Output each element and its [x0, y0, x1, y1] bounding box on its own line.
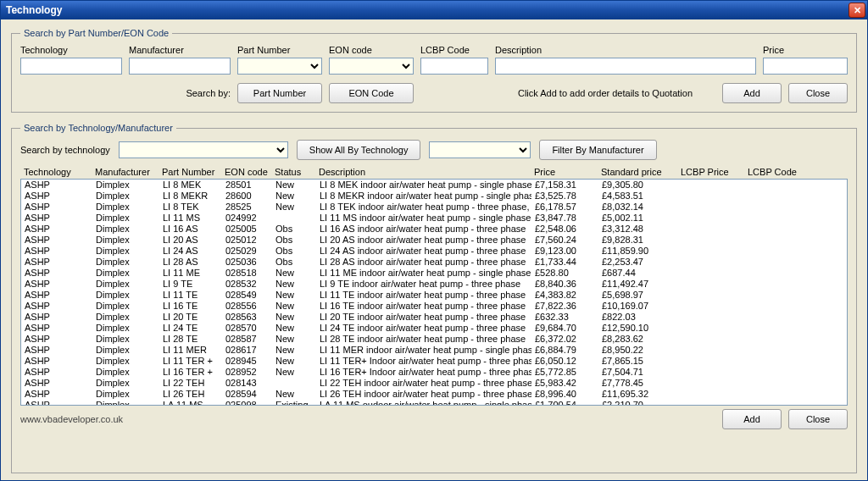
table-row[interactable]: ASHPDimplexLI 11 MS024992LI 11 MS indoor…	[21, 213, 847, 224]
label-lcbpcode: LCBP Code	[420, 45, 488, 55]
results-table[interactable]: ASHPDimplexLI 8 MEK28501NewLI 8 MEK indo…	[20, 179, 848, 406]
label-description: Description	[495, 45, 756, 55]
th-stdprice: Standard price	[601, 167, 677, 177]
th-description: Description	[319, 167, 531, 177]
table-row[interactable]: ASHPDimplexLI 24 AS025029ObsLI 24 AS ind…	[21, 246, 847, 257]
table-row[interactable]: ASHPDimplexLI 11 MER028617NewLI 11 MER i…	[21, 345, 847, 356]
manufacturer-input[interactable]	[129, 58, 231, 75]
search-partnumber-button[interactable]: Part Number	[237, 83, 322, 103]
table-row[interactable]: ASHPDimplexLI 8 MEKR28600NewLI 8 MEKR in…	[21, 191, 847, 202]
table-row[interactable]: ASHPDimplexLI 11 TE028549NewLI 11 TE ind…	[21, 290, 847, 301]
th-lcbpcode: LCBP Code	[748, 167, 811, 177]
th-eoncode: EON code	[225, 167, 271, 177]
add-button-bottom[interactable]: Add	[722, 409, 782, 429]
table-row[interactable]: ASHPDimplexLI 22 TEH028143LI 22 TEH indo…	[21, 378, 847, 389]
group1-legend: Search by Part Number/EON Code	[20, 28, 172, 38]
table-row[interactable]: ASHPDimplexLI 28 AS025036ObsLI 28 AS ind…	[21, 257, 847, 268]
manufacturer-combo[interactable]	[429, 141, 531, 158]
partnumber-combo[interactable]	[237, 58, 322, 75]
description-input[interactable]	[495, 58, 756, 75]
search-by-tech-label: Search by technology	[20, 145, 110, 155]
table-row[interactable]: ASHPDimplexLI 11 ME028518NewLI 11 ME ind…	[21, 268, 847, 279]
table-row[interactable]: ASHPDimplexLI 24 TE028570NewLI 24 TE ind…	[21, 323, 847, 334]
th-status: Status	[275, 167, 315, 177]
label-price: Price	[763, 45, 848, 55]
titlebar: Technology ✕	[1, 1, 867, 19]
technology-combo[interactable]	[119, 141, 288, 158]
table-row[interactable]: ASHPDimplexLI 20 AS025012ObsLI 20 AS ind…	[21, 235, 847, 246]
price-input[interactable]	[763, 58, 848, 75]
search-tech-group: Search by Technology/Manufacturer Search…	[11, 123, 857, 473]
table-row[interactable]: ASHPDimplexLI 20 TE028563NewLI 20 TE ind…	[21, 312, 847, 323]
table-row[interactable]: ASHPDimplexLI 11 TER +028945NewLI 11 TER…	[21, 356, 847, 367]
close-icon[interactable]: ✕	[849, 3, 865, 18]
table-row[interactable]: ASHPDimplexLI 16 AS025005ObsLI 16 AS ind…	[21, 224, 847, 235]
close-button-top[interactable]: Close	[788, 83, 848, 103]
table-row[interactable]: ASHPDimplexLI 16 TER +028952NewLI 16 TER…	[21, 367, 847, 378]
table-row[interactable]: ASHPDimplexLI 9 TE028532NewLI 9 TE indoo…	[21, 279, 847, 290]
table-row[interactable]: ASHPDimplexLA 11 MS025098ExistingLA 11 M…	[21, 400, 847, 406]
eoncode-combo[interactable]	[329, 58, 414, 75]
search-by-label: Search by:	[129, 88, 231, 98]
table-row[interactable]: ASHPDimplexLI 8 TEK28525NewLI 8 TEK indo…	[21, 202, 847, 213]
th-manufacturer: Manufacturer	[95, 167, 159, 177]
technology-input[interactable]	[20, 58, 122, 75]
th-price: Price	[534, 167, 598, 177]
client-area: Search by Part Number/EON Code Technolog…	[1, 19, 867, 480]
th-technology: Technology	[24, 167, 92, 177]
group2-legend: Search by Technology/Manufacturer	[20, 123, 176, 133]
table-row[interactable]: ASHPDimplexLI 16 TE028556NewLI 16 TE ind…	[21, 301, 847, 312]
add-hint: Click Add to add order details to Quotat…	[495, 88, 715, 98]
label-partnumber: Part Number	[237, 45, 322, 55]
label-manufacturer: Manufacturer	[129, 45, 231, 55]
close-button-bottom[interactable]: Close	[788, 409, 848, 429]
th-lcbpprice: LCBP Price	[681, 167, 744, 177]
lcbpcode-input[interactable]	[420, 58, 488, 75]
technology-dialog: Technology ✕ Search by Part Number/EON C…	[0, 0, 868, 481]
th-partnumber: Part Number	[162, 167, 221, 177]
show-all-button[interactable]: Show All By Technology	[297, 140, 421, 160]
search-eoncode-button[interactable]: EON Code	[329, 83, 414, 103]
table-headers: Technology Manufacturer Part Number EON …	[20, 165, 848, 179]
label-eoncode: EON code	[329, 45, 414, 55]
add-button-top[interactable]: Add	[722, 83, 782, 103]
filter-mfr-button[interactable]: Filter By Manufacturer	[539, 140, 656, 160]
window-title: Technology	[6, 4, 62, 16]
footer-url: www.vbadeveloper.co.uk	[20, 414, 715, 424]
table-row[interactable]: ASHPDimplexLI 28 TE028587NewLI 28 TE ind…	[21, 334, 847, 345]
search-partnum-group: Search by Part Number/EON Code Technolog…	[11, 28, 857, 113]
table-row[interactable]: ASHPDimplexLI 26 TEH028594NewLI 26 TEH i…	[21, 389, 847, 400]
label-technology: Technology	[20, 45, 122, 55]
table-row[interactable]: ASHPDimplexLI 8 MEK28501NewLI 8 MEK indo…	[21, 180, 847, 191]
